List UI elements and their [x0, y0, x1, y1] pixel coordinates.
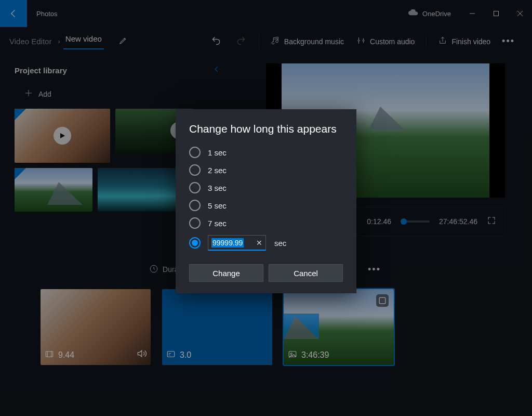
option-label: 5 sec — [208, 201, 227, 210]
radio-icon — [189, 164, 201, 176]
radio-icon — [189, 182, 201, 193]
duration-option[interactable]: 3 sec — [189, 182, 343, 193]
option-label: 3 sec — [208, 184, 227, 192]
radio-icon — [189, 147, 201, 158]
duration-dialog: Change how long this appears 1 sec 2 sec… — [176, 109, 356, 293]
custom-duration-field[interactable]: 99999.99 ✕ — [208, 235, 266, 251]
duration-option[interactable]: 7 sec — [189, 217, 343, 229]
radio-icon — [189, 217, 201, 229]
duration-option[interactable]: 5 sec — [189, 200, 343, 211]
duration-option[interactable]: 2 sec — [189, 164, 343, 176]
custom-duration-value: 99999.99 — [211, 238, 244, 248]
duration-option-custom[interactable]: 99999.99 ✕ sec — [189, 235, 343, 251]
app-window: Photos OneDrive Video Editor › New video… — [0, 0, 532, 416]
radio-icon — [189, 200, 201, 211]
option-label: 7 sec — [208, 219, 227, 228]
seconds-label: sec — [274, 239, 286, 248]
change-button[interactable]: Change — [189, 264, 263, 282]
dialog-title: Change how long this appears — [189, 123, 343, 135]
radio-icon-checked — [189, 237, 201, 249]
cancel-button[interactable]: Cancel — [269, 264, 343, 282]
clear-input-button[interactable]: ✕ — [256, 239, 262, 247]
option-label: 1 sec — [208, 148, 227, 157]
duration-option[interactable]: 1 sec — [189, 147, 343, 158]
option-label: 2 sec — [208, 166, 227, 175]
